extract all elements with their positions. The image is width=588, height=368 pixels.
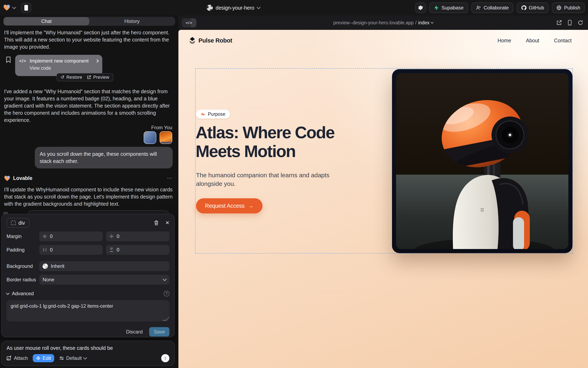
element-outline-icon xyxy=(11,221,16,225)
preview-url: preview--design-your-hero.lovable.app xyxy=(333,20,414,26)
margin-x-icon xyxy=(43,234,47,239)
trash-icon[interactable] xyxy=(154,220,159,226)
site-viewport: Pulse Robot Home About Contact Purpose A… xyxy=(178,30,588,368)
lovable-heart-icon xyxy=(4,175,10,181)
preview-page: index xyxy=(418,20,429,26)
external-link-icon xyxy=(87,75,91,79)
site-header: Pulse Robot Home About Contact xyxy=(178,30,588,51)
selected-element-tag: div xyxy=(19,220,25,226)
add-user-icon xyxy=(476,5,481,10)
project-chevron-down-icon xyxy=(256,5,261,9)
component-edit-card[interactable]: </> Implement new component View code xyxy=(15,55,102,76)
margin-row: Margin 0 0 xyxy=(7,231,169,241)
margin-y-icon xyxy=(109,234,114,239)
chevron-down-icon xyxy=(163,277,167,281)
project-selector[interactable]: design-your-hero xyxy=(207,0,260,16)
attachment-image-orange[interactable] xyxy=(160,131,172,144)
padding-x-icon xyxy=(43,248,47,252)
publish-button[interactable]: Publish xyxy=(552,2,585,13)
code-icon: </> xyxy=(19,59,26,63)
assistant-message-2: I've added a new "Why Humanoid" section … xyxy=(4,88,173,124)
github-icon xyxy=(521,5,526,10)
margin-y-input[interactable]: 0 xyxy=(106,231,169,241)
nav-contact[interactable]: Contact xyxy=(554,38,572,44)
preview-button[interactable]: Preview xyxy=(87,75,109,80)
help-icon[interactable]: ? xyxy=(164,291,169,296)
preview-pane: </> preview--design-your-hero.lovable.ap… xyxy=(178,16,588,368)
pulse-icon xyxy=(200,112,205,116)
refresh-icon[interactable] xyxy=(578,20,583,25)
hero-robot-card xyxy=(392,69,572,253)
assistant-message-3: I'll update the WhyHumanoid component to… xyxy=(4,186,173,208)
message-menu-button[interactable]: ⋯ xyxy=(167,175,173,181)
send-button[interactable]: ↑ xyxy=(161,354,169,362)
edit-mode-button[interactable]: Edit xyxy=(33,354,54,362)
view-code-link[interactable]: View code xyxy=(29,65,98,71)
arrow-right-icon: → xyxy=(248,203,254,209)
globe-icon xyxy=(556,5,562,10)
open-in-new-tab-icon[interactable] xyxy=(557,20,562,25)
purpose-badge: Purpose xyxy=(196,110,230,119)
padding-x-input[interactable]: 0 xyxy=(39,245,103,255)
project-name: design-your-hero xyxy=(216,5,254,11)
user-message-bubble: As you scroll down the page, these compo… xyxy=(35,147,173,168)
restore-button[interactable]: ↺ Restore xyxy=(61,75,82,80)
component-card-title: Implement new component xyxy=(30,58,89,64)
request-access-button[interactable]: Request Access → xyxy=(196,198,263,213)
assistant-header: Lovable ⋯ xyxy=(4,175,173,181)
border-radius-row: Border radius None xyxy=(7,275,169,285)
sidebar-icon xyxy=(24,5,28,11)
target-icon xyxy=(36,356,40,360)
padding-row: Padding 0 0 xyxy=(7,245,169,255)
lovable-app-window: design-your-hero Supabase Collaborate xyxy=(0,0,588,368)
background-row: Background Inherit xyxy=(7,261,169,271)
advanced-section-header[interactable]: Advanced ? xyxy=(7,291,169,296)
mobile-view-icon[interactable] xyxy=(568,20,572,26)
collaborate-button[interactable]: Collaborate xyxy=(471,2,513,13)
restore-icon: ↺ xyxy=(61,75,64,80)
bookmark-icon[interactable] xyxy=(6,56,11,63)
save-button[interactable]: Save xyxy=(149,327,169,337)
selected-element-pill[interactable]: div xyxy=(7,218,29,228)
version-hover-actions: ↺ Restore Preview xyxy=(57,73,113,81)
nav-about[interactable]: About xyxy=(526,38,539,44)
assistant-name: Lovable xyxy=(13,175,32,181)
transparency-swatch-icon xyxy=(43,264,48,269)
supabase-button[interactable]: Supabase xyxy=(429,2,468,13)
site-nav: Home About Contact xyxy=(498,38,572,44)
border-radius-select[interactable]: None xyxy=(39,275,169,285)
hero-heading: Atlas: Where Code Meets Motion xyxy=(196,123,334,161)
padding-y-input[interactable]: 0 xyxy=(106,245,169,255)
tab-chat[interactable]: Chat xyxy=(4,17,89,25)
logo-chevron-down-icon[interactable] xyxy=(12,5,16,9)
attachment-image-blue[interactable] xyxy=(144,131,156,144)
discard-button[interactable]: Discard xyxy=(126,329,142,335)
margin-x-input[interactable]: 0 xyxy=(39,231,103,241)
padding-y-icon xyxy=(109,248,114,252)
chat-composer[interactable]: As user mouse roll over, these cards sho… xyxy=(1,340,175,366)
toggle-sidebar-button[interactable] xyxy=(21,3,31,13)
github-button[interactable]: GitHub xyxy=(517,2,549,13)
composer-draft-text[interactable]: As user mouse roll over, these cards sho… xyxy=(7,345,169,351)
site-brand[interactable]: Pulse Robot xyxy=(189,37,232,44)
top-bar: design-your-hero Supabase Collaborate xyxy=(0,0,588,16)
tab-history[interactable]: History xyxy=(89,17,175,25)
preview-url-bar[interactable]: preview--design-your-hero.lovable.app / … xyxy=(178,20,588,26)
attach-button[interactable]: Attach xyxy=(7,355,28,361)
hero-subheading: The humanoid companion that learns and a… xyxy=(196,171,335,188)
chevron-down-icon xyxy=(6,292,9,295)
sliders-icon xyxy=(59,356,64,361)
settings-button[interactable] xyxy=(415,2,426,13)
model-selector[interactable]: Default xyxy=(59,355,86,361)
background-input[interactable]: Inherit xyxy=(39,261,169,271)
project-globe-icon xyxy=(207,5,213,11)
robot-hero-image xyxy=(396,73,568,249)
close-icon[interactable]: ✕ xyxy=(165,220,169,226)
preview-toolbar: </> preview--design-your-hero.lovable.ap… xyxy=(178,16,588,30)
supabase-icon xyxy=(434,5,439,10)
tailwind-classes-input[interactable]: grid grid-cols-1 lg:grid-cols-2 gap-12 i… xyxy=(7,300,169,321)
gear-icon xyxy=(418,5,423,10)
lovable-logo-icon[interactable] xyxy=(3,4,10,11)
nav-home[interactable]: Home xyxy=(498,38,511,44)
code-view-toggle[interactable]: </> xyxy=(182,18,196,28)
